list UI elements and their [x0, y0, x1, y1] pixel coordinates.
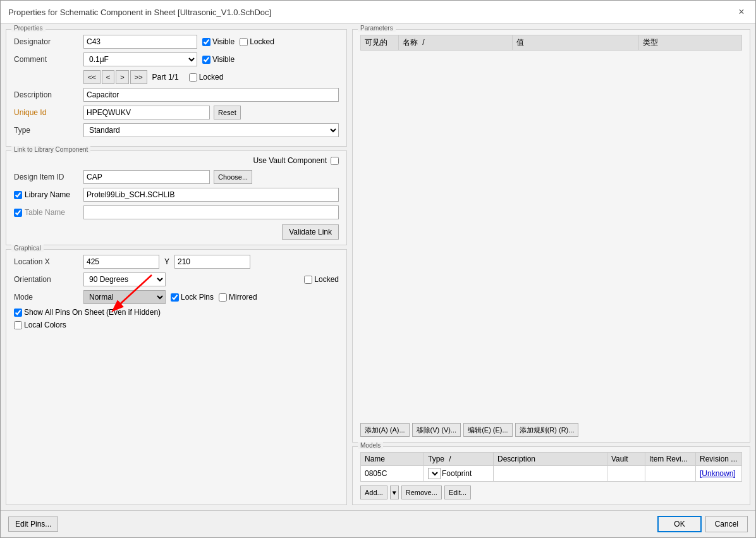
param-col-visible: 可见的 [361, 35, 399, 51]
table-name-label: Table Name [25, 208, 65, 217]
visible2-label: Visible [212, 55, 235, 64]
vault-checkbox[interactable] [331, 157, 339, 165]
library-name-input[interactable] [83, 188, 339, 202]
model-col-name: Name [361, 453, 424, 466]
visible1-checkbox[interactable] [202, 38, 210, 46]
locked2-checkbox[interactable] [189, 73, 197, 82]
models-actions: Add... ▼ Remove... Edit... [360, 486, 742, 499]
uniqueid-input[interactable] [83, 106, 210, 119]
lock-pins-label: Lock Pins [181, 293, 214, 302]
validate-row: Validate Link [14, 224, 339, 240]
footer-buttons: OK Cancel [657, 516, 748, 532]
table-name-input[interactable] [83, 205, 339, 219]
parameters-actions: 添加(A) (A)... 移除(V) (V)... 编辑(E) (E)... 添… [360, 423, 742, 437]
location-x-label: Location X [14, 257, 83, 266]
show-pins-row: Show All Pins On Sheet (Even if Hidden) [14, 308, 339, 317]
models-section: Models Name Type / Description Vault Ite… [352, 446, 750, 505]
close-button[interactable]: × [735, 6, 748, 18]
locked1-checkbox-row: Locked [240, 37, 274, 46]
description-row: Description [14, 88, 339, 102]
local-colors-checkbox-row: Local Colors [14, 321, 66, 329]
add-model-dropdown-button[interactable]: ▼ [390, 486, 399, 499]
graphical-label: Graphical [11, 245, 44, 252]
vault-row: Use Vault Component [14, 156, 339, 165]
model-col-type: Type / [424, 453, 494, 466]
show-pins-checkbox[interactable] [14, 309, 22, 317]
nav-prev-prev-btn[interactable]: << [83, 70, 101, 84]
nav-row: << < > >> Part 1/1 Locked [14, 70, 339, 84]
table-name-checkbox[interactable] [14, 209, 22, 217]
ok-button[interactable]: OK [657, 516, 701, 532]
mode-row: Mode Normal Lock Pins Mirrored [14, 290, 339, 304]
lock-pins-checkbox-row: Lock Pins [171, 293, 214, 302]
local-colors-checkbox[interactable] [14, 321, 22, 329]
location-row: Location X Y [14, 255, 339, 269]
type-row: Type Standard [14, 123, 339, 137]
reset-button[interactable]: Reset [214, 106, 241, 119]
mirrored-checkbox[interactable] [219, 293, 227, 302]
model-col-revision: Revision ... [696, 453, 742, 466]
choose-button[interactable]: Choose... [214, 170, 252, 184]
add-param-button[interactable]: 添加(A) (A)... [360, 423, 410, 437]
parameters-section: Parameters 可见的 名称 / 值 类型 [352, 29, 750, 443]
remove-param-button[interactable]: 移除(V) (V)... [412, 423, 461, 437]
model-type-dropdown[interactable] [428, 468, 441, 479]
model-col-item-rev: Item Revi... [645, 453, 696, 466]
local-colors-row: Local Colors [14, 321, 339, 329]
parameters-table: 可见的 名称 / 值 类型 [360, 35, 742, 51]
right-panel: Parameters 可见的 名称 / 值 类型 [352, 29, 750, 505]
type-dropdown[interactable]: Standard [83, 123, 339, 137]
add-model-button[interactable]: Add... [360, 486, 387, 499]
nav-next-next-btn[interactable]: >> [130, 70, 147, 84]
nav-buttons: << < > >> [83, 70, 147, 84]
param-col-type: 类型 [639, 35, 742, 51]
designator-input[interactable] [83, 35, 197, 49]
location-x-input[interactable] [83, 255, 159, 269]
nav-prev-btn[interactable]: < [102, 70, 114, 84]
model-item-rev-cell [645, 466, 696, 482]
add-rule-button[interactable]: 添加规则(R) (R)... [515, 423, 579, 437]
mode-dropdown[interactable]: Normal [83, 290, 166, 304]
link-section-label: Link to Library Component [11, 146, 90, 153]
show-pins-label: Show All Pins On Sheet (Even if Hidden) [24, 308, 161, 317]
model-vault-cell [607, 466, 645, 482]
cancel-button[interactable]: Cancel [705, 516, 748, 532]
design-item-input[interactable] [83, 170, 210, 184]
edit-param-button[interactable]: 编辑(E) (E)... [463, 423, 513, 437]
properties-label: Properties [11, 25, 46, 32]
model-col-vault: Vault [607, 453, 645, 466]
validate-link-button[interactable]: Validate Link [282, 224, 339, 240]
location-y-input[interactable] [174, 255, 250, 269]
models-table: Name Type / Description Vault Item Revi.… [360, 452, 742, 482]
edit-pins-button[interactable]: Edit Pins... [8, 517, 58, 532]
footer: Edit Pins... OK Cancel [1, 510, 755, 537]
edit-model-button[interactable]: Edit... [444, 486, 471, 499]
locked1-label: Locked [250, 37, 274, 46]
unknown-link[interactable]: [Unknown] [700, 469, 736, 478]
locked-graphical-checkbox[interactable] [304, 276, 312, 284]
orientation-dropdown[interactable]: 90 Degrees [83, 272, 166, 286]
comment-dropdown[interactable]: 0.1μF [83, 52, 197, 66]
models-label: Models [358, 442, 383, 449]
mirrored-label: Mirrored [229, 293, 257, 302]
mirrored-checkbox-row: Mirrored [219, 293, 257, 302]
graphical-section: Graphical Location X Y Orientation 90 De… [6, 249, 347, 505]
design-item-label: Design Item ID [14, 173, 83, 181]
param-col-value: 值 [513, 35, 639, 51]
location-y-label: Y [164, 257, 169, 266]
orientation-row: Orientation 90 Degrees Locked [14, 272, 339, 286]
description-input[interactable] [83, 88, 339, 102]
visible2-checkbox-row: Visible [202, 55, 235, 64]
comment-row: Comment 0.1μF Visible [14, 52, 339, 66]
table-name-row: Table Name [14, 205, 339, 219]
visible2-checkbox[interactable] [202, 56, 210, 64]
model-revision-cell: [Unknown] [696, 466, 742, 482]
library-name-checkbox[interactable] [14, 191, 22, 199]
locked2-label: Locked [199, 73, 224, 82]
parameters-table-container: 可见的 名称 / 值 类型 [360, 35, 742, 419]
nav-next-btn[interactable]: > [116, 70, 128, 84]
lock-pins-checkbox[interactable] [171, 293, 179, 302]
locked1-checkbox[interactable] [240, 38, 248, 46]
design-item-row: Design Item ID Choose... [14, 170, 339, 184]
remove-model-button[interactable]: Remove... [401, 486, 442, 499]
